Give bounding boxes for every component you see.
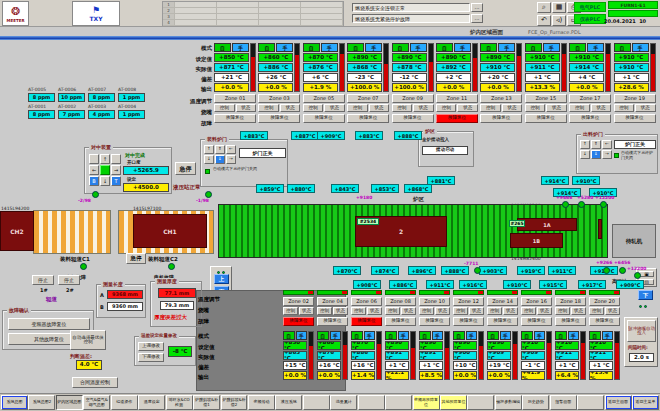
instrument-plc-button[interactable]: 仪表PLC xyxy=(574,14,606,24)
burner-control-button[interactable]: 控制 xyxy=(480,104,501,112)
fault-reset-button[interactable]: 故障复位 xyxy=(385,317,416,326)
zone-setpoint[interactable]: +860 °C xyxy=(258,53,293,62)
lift-up-button[interactable]: 上 xyxy=(214,274,229,284)
zone-setpoint[interactable]: +890 °C xyxy=(453,341,477,350)
burner-control-button[interactable]: 控制 xyxy=(258,104,279,112)
mode-auto-button[interactable]: 自 xyxy=(453,331,465,340)
burner-status-button[interactable]: 状态 xyxy=(435,307,450,315)
burner-control-button[interactable]: 控制 xyxy=(317,307,332,315)
burner-status-button[interactable]: 状态 xyxy=(401,307,416,315)
batch-up-button[interactable]: 上调修改 xyxy=(138,342,164,351)
burner-control-button[interactable]: 控制 xyxy=(614,104,635,112)
contract-temp-button[interactable]: 合同温度控制 xyxy=(72,377,118,388)
nav-报警画面[interactable]: 报警画面 xyxy=(550,395,577,410)
zone-button[interactable]: Zone 10 xyxy=(419,297,450,306)
burner-status-button[interactable]: 状态 xyxy=(457,104,478,112)
fault-reset-button[interactable]: 故障复位 xyxy=(303,114,345,123)
mode-auto-button[interactable]: 自 xyxy=(392,43,409,52)
fault-reset-button[interactable]: 故障复位 xyxy=(392,114,434,123)
nav-炉内区域总图[interactable]: 炉内区域总图 xyxy=(56,395,83,410)
charge-door-down-button[interactable]: ↓ xyxy=(204,155,214,164)
fault-reset-button[interactable]: 故障复位 xyxy=(453,317,484,326)
zone-setpoint[interactable]: +870 °C xyxy=(303,53,338,62)
zone-setpoint[interactable]: +850 °C xyxy=(283,341,307,350)
zone-button[interactable]: Zone 18 xyxy=(555,297,586,306)
zone-setpoint[interactable]: +910 °C xyxy=(614,53,649,62)
zone-button[interactable]: Zone 15 xyxy=(525,94,567,103)
auto-optimal-button[interactable]: 自动选择最优值控制 xyxy=(70,330,106,350)
nav-变频器故障复位[interactable]: 变频器故障复位 xyxy=(413,395,440,410)
charge-door-right-button[interactable]: → xyxy=(226,155,236,164)
mode-auto-button[interactable]: 自 xyxy=(283,331,295,340)
burner-status-button[interactable]: 状态 xyxy=(537,307,552,315)
mode-auto-button[interactable]: 自 xyxy=(303,43,320,52)
nav-钢坯参数编辑[interactable]: 钢坯参数编辑 xyxy=(495,395,522,410)
mode-auto-button[interactable]: 自 xyxy=(521,331,533,340)
zone-button[interactable]: Zone 16 xyxy=(521,297,552,306)
fault-reset-button[interactable]: 故障复位 xyxy=(589,317,620,326)
mode-manual-button[interactable]: 手 xyxy=(296,331,308,340)
zone-setpoint[interactable]: +870 °C xyxy=(351,341,375,350)
fault-reset-button[interactable]: 故障复位 xyxy=(521,317,552,326)
mode-auto-button[interactable]: 自 xyxy=(555,331,567,340)
fault-reset-button[interactable]: 故障复位 xyxy=(487,317,518,326)
fault-reset-button[interactable]: 故障复位 xyxy=(614,114,656,123)
burner-status-button[interactable]: 状态 xyxy=(236,104,257,112)
zone-button[interactable]: Zone 11 xyxy=(436,94,478,103)
mode-auto-button[interactable]: 自 xyxy=(436,43,453,52)
zone-button[interactable]: Zone 01 xyxy=(214,94,256,103)
burner-status-button[interactable]: 状态 xyxy=(369,104,390,112)
discharge-door-right-button[interactable]: → xyxy=(602,150,612,159)
roller-stop-1-button[interactable]: 停止 xyxy=(32,275,54,285)
mode-auto-button[interactable]: 自 xyxy=(419,331,431,340)
nav-返回主菜单[interactable]: 返回主菜单 xyxy=(632,395,659,410)
pad-right-button[interactable]: → xyxy=(111,165,121,175)
burner-control-button[interactable]: 控制 xyxy=(487,307,502,315)
nav-炉膛斜坡&补偿2[interactable]: 炉膛斜坡&补偿2 xyxy=(221,395,248,410)
zone-button[interactable]: Zone 04 xyxy=(317,297,348,306)
nav-其他故障复位[interactable]: 其他故障复位 xyxy=(440,395,467,410)
fault-reset-button[interactable]: 故障复位 xyxy=(436,114,478,123)
mode-auto-button[interactable]: 自 xyxy=(569,43,586,52)
burner-status-button[interactable]: 状态 xyxy=(280,104,301,112)
mode-auto-button[interactable]: 自 xyxy=(258,43,275,52)
nav-液压系统[interactable]: 液压系统 xyxy=(275,395,302,410)
zone-button[interactable]: Zone 02 xyxy=(283,297,314,306)
mode-manual-button[interactable]: 手 xyxy=(534,331,546,340)
burner-control-button[interactable]: 控制 xyxy=(525,104,546,112)
mode-auto-button[interactable]: 自 xyxy=(351,331,363,340)
fault-reset-button[interactable]: 故障复位 xyxy=(347,114,389,123)
mode-manual-button[interactable]: 手 xyxy=(321,43,338,52)
batch-down-button[interactable]: 下调修改 xyxy=(138,353,164,362)
mode-auto-button[interactable]: 自 xyxy=(347,43,364,52)
view-icon[interactable]: ▦ xyxy=(552,2,566,13)
zone-setpoint[interactable]: +910 °C xyxy=(525,53,560,62)
mode-manual-button[interactable]: 手 xyxy=(632,43,649,52)
nav-循环水&CO检测[interactable]: 循环水&CO检测 xyxy=(166,395,193,410)
burner-status-button[interactable]: 状态 xyxy=(333,307,348,315)
centering-estop-button[interactable]: 急停 xyxy=(175,162,196,175)
horn-icon[interactable]: ◃) xyxy=(552,15,566,26)
zone-setpoint[interactable]: +910 °C xyxy=(569,53,604,62)
right-down-button[interactable]: 下 xyxy=(638,290,653,300)
burner-status-button[interactable]: 状态 xyxy=(635,104,656,112)
zone-button[interactable]: Zone 20 xyxy=(589,297,620,306)
burner-control-button[interactable]: 控制 xyxy=(453,307,468,315)
discharge-door-fastup-button[interactable]: ⇑ xyxy=(591,140,601,149)
nav-空气&煤气&烟气总图[interactable]: 空气&煤气&烟气总图 xyxy=(83,395,110,410)
fault-reset-button[interactable]: 故障复位 xyxy=(480,114,522,123)
mode-manual-button[interactable]: 手 xyxy=(398,331,410,340)
zone-button[interactable]: Zone 12 xyxy=(453,297,484,306)
nav-系统总图[interactable]: 系统总图 xyxy=(1,395,28,410)
zone-button[interactable]: Zone 06 xyxy=(351,297,382,306)
zone-button[interactable]: Zone 03 xyxy=(258,94,300,103)
burner-control-button[interactable]: 控制 xyxy=(392,104,413,112)
nav-流量累计[interactable]: 流量累计 xyxy=(330,395,357,410)
charge-door-fastdown-button[interactable]: ⇓ xyxy=(215,155,225,164)
burner-status-button[interactable]: 状态 xyxy=(299,307,314,315)
mode-manual-button[interactable]: 手 xyxy=(232,43,249,52)
conveyor-slab-ch1[interactable]: CH1 xyxy=(133,214,207,248)
status-line-1-more-button[interactable]: ... xyxy=(471,3,483,12)
mode-manual-button[interactable]: 手 xyxy=(500,331,512,340)
burner-control-button[interactable]: 控制 xyxy=(385,307,400,315)
